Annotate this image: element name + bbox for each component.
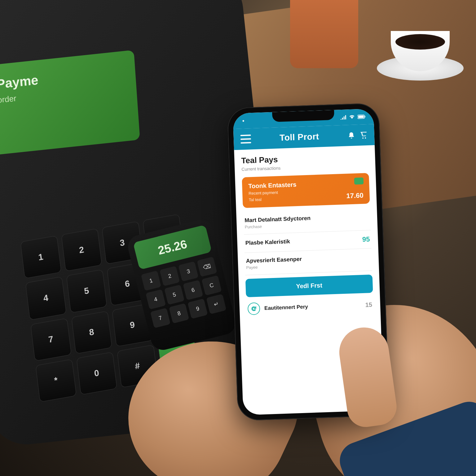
featured-card[interactable]: Toonk Entasters Recent payment Tal teal … [242, 173, 370, 208]
list-item[interactable]: Apvesrierlt Easenper Payee [245, 249, 372, 275]
plant-pot [290, 0, 358, 68]
wifi-icon [349, 115, 355, 119]
item-title: Plasbe Kaleristik [245, 238, 290, 246]
refresh-icon [247, 302, 260, 315]
battery-icon [358, 114, 366, 119]
item-subtitle: Purchase [245, 223, 311, 229]
coffee-cup [377, 19, 464, 81]
item-subtitle: Payee [246, 263, 302, 270]
card-amount: 17.60 [346, 192, 364, 200]
item-title: Apvesrierlt Easenper [246, 256, 302, 264]
footer-value: 15 [365, 301, 372, 308]
app-title: Toll Prort [280, 132, 319, 143]
bell-icon[interactable] [347, 131, 355, 139]
menu-icon[interactable] [240, 134, 251, 143]
background-scene: Payme order 123— 456↵ 789C *0#OK 25.26 1… [0, 0, 476, 476]
item-value: 95 [362, 235, 370, 244]
cart-icon[interactable] [360, 131, 368, 139]
terminal-screen: Payme order [0, 50, 140, 155]
footer-label: Eautitennert Pery [264, 304, 308, 311]
signal-icon [340, 115, 346, 120]
card-badge-icon [354, 178, 364, 185]
svg-rect-1 [358, 115, 364, 118]
svg-rect-2 [365, 116, 365, 117]
status-left: • [242, 117, 245, 124]
